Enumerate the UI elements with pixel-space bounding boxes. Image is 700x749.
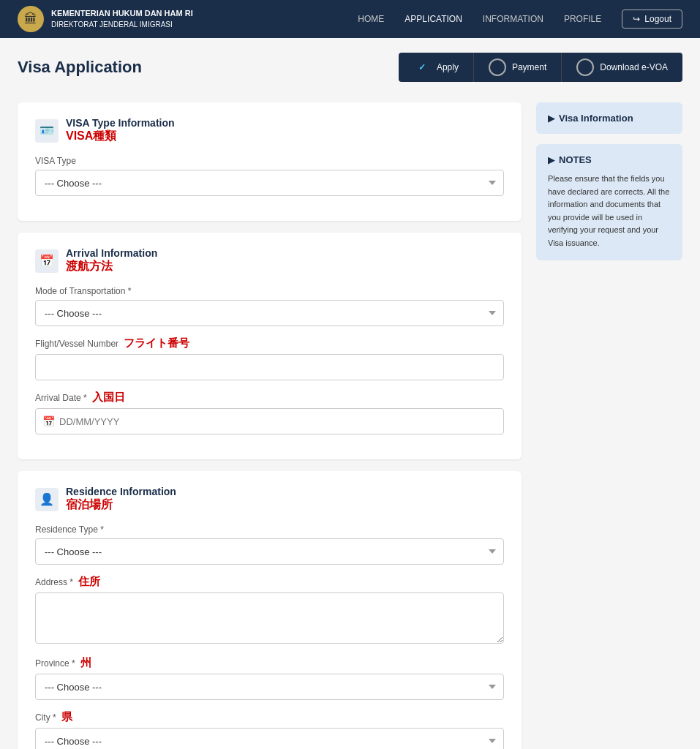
main-container: Visa Application Apply Payment Download … — [0, 38, 700, 749]
notes-body-text: Please ensure that the fields you have d… — [548, 173, 671, 250]
arrival-date-label: Arrival Date * 入国日 — [35, 391, 504, 404]
province-select[interactable]: --- Choose --- — [35, 674, 504, 700]
nav-application[interactable]: APPLICATION — [404, 14, 462, 24]
city-group: City * 県 --- Choose --- — [35, 710, 504, 749]
residence-subtitle: 宿泊場所 — [66, 497, 176, 513]
progress-section: Visa Application Apply Payment Download … — [18, 53, 682, 82]
address-label: Address * 住所 — [35, 575, 504, 589]
step-download: Download e-VOA — [562, 53, 682, 82]
header-left: 🏛 KEMENTERIAN HUKUM DAN HAM RI DIREKTORA… — [18, 6, 193, 32]
residence-type-group: Residence Type * --- Choose --- — [35, 524, 504, 565]
residence-type-label-text: Residence Type * — [35, 524, 104, 535]
city-select[interactable]: --- Choose --- — [35, 728, 504, 749]
residence-section: 👤 Residence Information 宿泊場所 Residence T… — [18, 471, 522, 749]
address-group: Address * 住所 — [35, 575, 504, 646]
address-textarea[interactable] — [35, 592, 504, 644]
transport-group: Mode of Transportation * --- Choose --- — [35, 286, 504, 326]
province-group: Province * 州 --- Choose --- — [35, 656, 504, 700]
logout-icon: ↪ — [633, 14, 640, 24]
step-circle-apply — [413, 59, 431, 76]
transport-select[interactable]: --- Choose --- — [35, 300, 504, 326]
org-line2: DIREKTORAT JENDERAL IMIGRASI — [51, 20, 173, 29]
visa-type-header: 🪪 VISA Type Information VISA種類 — [35, 117, 504, 144]
header-logo: 🏛 — [18, 6, 44, 32]
notes-card: ▶ NOTES Please ensure that the fields yo… — [536, 144, 682, 260]
notes-title-text: NOTES — [559, 154, 592, 165]
step-apply: Apply — [399, 53, 473, 82]
residence-title: Residence Information — [66, 486, 176, 497]
visa-info-card: ▶ Visa Information — [536, 102, 682, 134]
step-circle-payment — [489, 59, 506, 76]
visa-type-icon: 🪪 — [35, 119, 59, 143]
visa-info-title-text: Visa Information — [559, 113, 633, 124]
sidebar: ▶ Visa Information ▶ NOTES Please ensure… — [536, 102, 682, 749]
logout-label: Logout — [644, 14, 671, 24]
main-nav: HOME APPLICATION INFORMATION PROFILE ↪ L… — [358, 10, 682, 29]
flight-group: Flight/Vessel Number フライト番号 — [35, 336, 504, 380]
arrival-date-label-text: Arrival Date * — [35, 393, 87, 403]
step-payment: Payment — [474, 53, 561, 82]
visa-type-section: 🪪 VISA Type Information VISA種類 VISA Type… — [18, 102, 522, 221]
arrival-header: 📅 Arrival Information 渡航方法 — [35, 247, 504, 274]
province-subtitle: 州 — [80, 656, 91, 669]
nav-information[interactable]: INFORMATION — [483, 14, 543, 24]
city-label-text: City * — [35, 712, 56, 723]
residence-type-label: Residence Type * — [35, 524, 504, 535]
city-label: City * 県 — [35, 710, 504, 724]
notes-play-icon: ▶ — [548, 155, 554, 165]
step-circle-download — [576, 59, 594, 76]
step-payment-label: Payment — [512, 62, 546, 72]
flight-input[interactable] — [35, 354, 504, 380]
calendar-icon: 📅 — [42, 415, 55, 427]
address-subtitle: 住所 — [78, 575, 100, 587]
flight-label-text: Flight/Vessel Number — [35, 339, 118, 349]
step-download-label: Download e-VOA — [600, 62, 668, 72]
arrival-date-group: Arrival Date * 入国日 📅 — [35, 391, 504, 434]
form-area: 🪪 VISA Type Information VISA種類 VISA Type… — [18, 102, 522, 749]
visa-type-label-text: VISA Type — [35, 156, 76, 166]
flight-label: Flight/Vessel Number フライト番号 — [35, 336, 504, 350]
province-label-text: Province * — [35, 658, 75, 669]
visa-info-card-title: ▶ Visa Information — [548, 113, 671, 124]
visa-type-select[interactable]: --- Choose --- — [35, 170, 504, 196]
arrival-section: 📅 Arrival Information 渡航方法 Mode of Trans… — [18, 233, 522, 459]
visa-type-group: VISA Type --- Choose --- — [35, 156, 504, 196]
arrival-date-subtitle: 入国日 — [92, 391, 125, 403]
city-subtitle: 県 — [61, 710, 72, 723]
date-wrapper: 📅 — [35, 408, 504, 434]
progress-bar: Apply Payment Download e-VOA — [399, 53, 682, 82]
province-label: Province * 州 — [35, 656, 504, 670]
main-header: 🏛 KEMENTERIAN HUKUM DAN HAM RI DIREKTORA… — [0, 0, 700, 38]
arrival-title: Arrival Information — [66, 247, 157, 259]
content-row: 🪪 VISA Type Information VISA種類 VISA Type… — [18, 102, 682, 749]
transport-label-text: Mode of Transportation * — [35, 286, 131, 296]
residence-type-select[interactable]: --- Choose --- — [35, 538, 504, 565]
arrival-date-input[interactable] — [35, 408, 504, 434]
visa-type-label: VISA Type — [35, 156, 504, 166]
transport-label: Mode of Transportation * — [35, 286, 504, 296]
page-title: Visa Application — [18, 58, 399, 77]
step-apply-label: Apply — [437, 62, 459, 72]
address-label-text: Address * — [35, 577, 73, 587]
arrival-subtitle: 渡航方法 — [66, 259, 157, 274]
arrival-icon: 📅 — [35, 249, 59, 273]
notes-card-title: ▶ NOTES — [548, 154, 671, 165]
residence-header: 👤 Residence Information 宿泊場所 — [35, 486, 504, 513]
flight-subtitle: フライト番号 — [124, 336, 189, 349]
residence-icon: 👤 — [35, 488, 59, 511]
visa-type-subtitle: VISA種類 — [66, 129, 175, 144]
nav-profile[interactable]: PROFILE — [564, 14, 601, 24]
nav-home[interactable]: HOME — [358, 14, 384, 24]
logout-button[interactable]: ↪ Logout — [622, 10, 682, 29]
visa-type-title: VISA Type Information — [66, 117, 175, 129]
visa-info-play-icon: ▶ — [548, 113, 554, 124]
header-title: KEMENTERIAN HUKUM DAN HAM RI DIREKTORAT … — [51, 8, 193, 29]
org-line1: KEMENTERIAN HUKUM DAN HAM RI — [51, 9, 193, 18]
